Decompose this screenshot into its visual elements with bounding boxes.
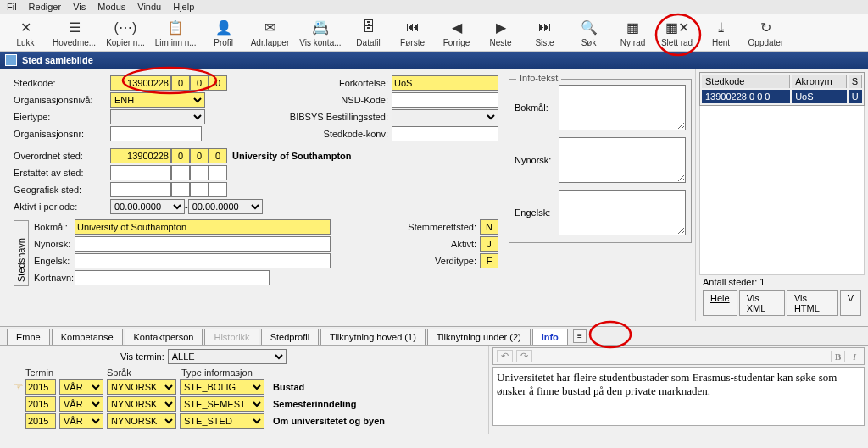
periode-to[interactable]: 00.00.0000 — [188, 199, 263, 214]
toolbar-siste[interactable]: ⏭Siste — [523, 16, 567, 49]
tab-tilknytning-under-[interactable]: Tilknytning under (2) — [427, 329, 531, 345]
col-s[interactable]: S — [849, 75, 862, 88]
orgnr-input[interactable] — [110, 126, 202, 141]
cell-s: U — [849, 90, 862, 103]
stedkode-p3[interactable] — [209, 75, 227, 91]
toolbar-forrige[interactable]: ◀Forrige — [435, 16, 479, 49]
toolbar-label: Hovedme... — [53, 38, 96, 47]
row-lang[interactable]: NYNORSK — [107, 413, 176, 429]
tabs-extra-icon[interactable]: ≡ — [573, 329, 587, 343]
row-lang[interactable]: NYNORSK — [107, 396, 176, 412]
tab-kontaktperson[interactable]: Kontaktperson — [125, 329, 203, 345]
row-year[interactable] — [25, 379, 56, 395]
menu-fil[interactable]: Fil — [7, 2, 17, 12]
menu-hjelp[interactable]: Hjelp — [173, 2, 194, 12]
btn-v[interactable]: V — [840, 290, 861, 316]
stedkode-input[interactable] — [110, 75, 171, 91]
forrige-icon: ◀ — [448, 18, 466, 36]
over-p2[interactable] — [190, 148, 209, 163]
over-p1[interactable] — [171, 148, 190, 163]
menu-modus[interactable]: Modus — [97, 2, 125, 12]
aktivt-input[interactable] — [480, 236, 498, 252]
it-nynorsk[interactable] — [559, 137, 686, 183]
toolbar-oppdater[interactable]: ↻Oppdater — [743, 16, 789, 49]
toolbar-lim-inn-n-[interactable]: 📋Lim inn n... — [150, 16, 202, 49]
vis-termin-select[interactable]: ALLE — [168, 349, 287, 364]
grid-row[interactable]: VÅRNYNORSKSTE_STEDOm universitetet og by… — [10, 413, 481, 429]
orgniva-select[interactable]: ENH — [110, 92, 205, 108]
toolbar-s-k[interactable]: 🔍Søk — [567, 16, 611, 49]
periode-from[interactable]: 00.00.0000 — [110, 199, 185, 214]
eiertype-select[interactable] — [110, 109, 205, 124]
bibsys-select[interactable] — [392, 109, 498, 124]
toolbar-datafil[interactable]: 🗄Datafil — [347, 16, 391, 49]
btn-hele[interactable]: Hele — [703, 290, 737, 316]
it-bokmal[interactable] — [559, 85, 686, 130]
rtf-undo-icon[interactable]: ↶ — [497, 350, 513, 362]
grid-row[interactable]: ☞VÅRNYNORSKSTE_BOLIGBustad — [10, 379, 481, 395]
toolbar-neste[interactable]: ▶Neste — [479, 16, 523, 49]
grid-row[interactable]: VÅRNYNORSKSTE_SEMESTSemesterinndeling — [10, 396, 481, 412]
menu-rediger[interactable]: Rediger — [29, 2, 62, 12]
row-year[interactable] — [25, 396, 56, 412]
row-sem[interactable]: VÅR — [59, 413, 103, 429]
toolbar-lukk[interactable]: ✕Lukk — [3, 16, 47, 49]
erst-p3[interactable] — [209, 165, 227, 180]
row-type[interactable]: STE_BOLIG — [180, 379, 264, 395]
rtf-editor[interactable]: Universitetet har fleire studentbustader… — [492, 367, 865, 426]
rtf-italic-icon[interactable]: I — [849, 351, 860, 362]
forkortelse-input[interactable] — [392, 75, 498, 91]
row-sem[interactable]: VÅR — [59, 379, 103, 395]
geo-p1[interactable] — [171, 182, 190, 197]
verditype-input[interactable] — [480, 253, 498, 268]
stedkode-p1[interactable] — [171, 75, 190, 91]
btn-visxml[interactable]: Vis XML — [739, 290, 785, 316]
erst-p2[interactable] — [190, 165, 209, 180]
geo-p3[interactable] — [209, 182, 227, 197]
erst-main[interactable] — [110, 165, 171, 180]
tab-info[interactable]: Info — [532, 329, 568, 345]
rtf-redo-icon[interactable]: ↷ — [516, 350, 532, 362]
col-stedkode[interactable]: Stedkode — [702, 75, 790, 88]
rtf-bold-icon[interactable]: B — [831, 351, 845, 362]
infotekst-legend: Info-tekst — [516, 73, 561, 83]
tab-stedprofil[interactable]: Stedprofil — [261, 329, 319, 345]
row-type[interactable]: STE_SEMEST — [180, 396, 264, 412]
table-row[interactable]: 13900228 0 0 0 UoS U — [702, 90, 862, 103]
stedkonv-input[interactable] — [392, 126, 498, 141]
geo-p2[interactable] — [190, 182, 209, 197]
stemmeret-input[interactable] — [480, 219, 498, 235]
row-sem[interactable]: VÅR — [59, 396, 103, 412]
tab-kompetanse[interactable]: Kompetanse — [52, 329, 123, 345]
it-engelsk[interactable] — [559, 190, 686, 235]
tab-tilknytning-hoved-[interactable]: Tilknytning hoved (1) — [320, 329, 426, 345]
toolbar-kopier-n-[interactable]: (⋯)Kopier n... — [101, 16, 150, 49]
toolbar-slett-rad[interactable]: ▦✕Slett rad — [655, 16, 699, 49]
label-verditype: Verditype: — [331, 256, 480, 266]
toolbar-profil[interactable]: 👤Profil — [202, 16, 246, 49]
col-akronym[interactable]: Akronym — [792, 75, 847, 88]
menu-vis[interactable]: Vis — [73, 2, 86, 12]
erst-p1[interactable] — [171, 165, 190, 180]
navn-engelsk[interactable] — [75, 253, 331, 268]
navn-nynorsk[interactable] — [75, 236, 331, 252]
btn-vishtml[interactable]: Vis HTML — [787, 290, 838, 316]
row-type[interactable]: STE_STED — [180, 413, 264, 429]
toolbar-hovedme-[interactable]: ☰Hovedme... — [47, 16, 101, 49]
toolbar-hent[interactable]: ⤓Hent — [699, 16, 743, 49]
navn-bokmal[interactable] — [75, 219, 331, 235]
nsd-input[interactable] — [392, 92, 498, 108]
toolbar-ny-rad[interactable]: ▦Ny rad — [611, 16, 655, 49]
menu-vindu[interactable]: Vindu — [137, 2, 161, 12]
kortnavn-input[interactable] — [75, 270, 270, 285]
toolbar-adr-lapper[interactable]: ✉Adr.lapper — [246, 16, 295, 49]
tab-emne[interactable]: Emne — [7, 329, 50, 345]
over-main[interactable] — [110, 148, 171, 163]
row-lang[interactable]: NYNORSK — [107, 379, 176, 395]
stedkode-p2[interactable] — [190, 75, 209, 91]
row-year[interactable] — [25, 413, 56, 429]
over-p3[interactable] — [209, 148, 227, 163]
toolbar-vis-konta-[interactable]: 📇Vis konta... — [294, 16, 346, 49]
geo-main[interactable] — [110, 182, 171, 197]
toolbar-f-rste[interactable]: ⏮Første — [391, 16, 435, 49]
